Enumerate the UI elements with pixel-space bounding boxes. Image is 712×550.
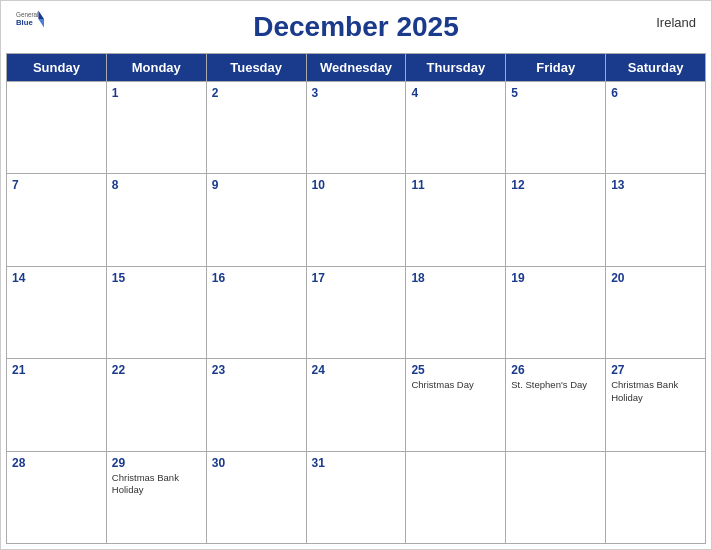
cell-date: 30: [212, 456, 301, 470]
cell-event: Christmas Day: [411, 379, 500, 391]
cell-date: 18: [411, 271, 500, 285]
calendar-cell: 29Christmas Bank Holiday: [107, 452, 207, 544]
svg-text:General: General: [16, 11, 38, 18]
day-header-sunday: Sunday: [7, 54, 107, 82]
cell-date: 26: [511, 363, 600, 377]
calendar-cell: [506, 452, 606, 544]
cell-date: 19: [511, 271, 600, 285]
calendar-cell: 9: [207, 174, 307, 266]
cell-date: 1: [112, 86, 201, 100]
calendar-cell: 14: [7, 267, 107, 359]
svg-marker-3: [38, 19, 44, 27]
week-row-4: 2122232425Christmas Day26St. Stephen's D…: [7, 359, 706, 451]
calendar-cell: 2: [207, 82, 307, 174]
calendar-cell: 8: [107, 174, 207, 266]
cell-date: 23: [212, 363, 301, 377]
day-header-thursday: Thursday: [406, 54, 506, 82]
calendar-cell: 27Christmas Bank Holiday: [606, 359, 706, 451]
calendar-cell: 1: [107, 82, 207, 174]
calendar-container: General Blue December 2025 Ireland Sunda…: [0, 0, 712, 550]
calendar-cell: 12: [506, 174, 606, 266]
svg-marker-2: [38, 11, 44, 19]
calendar-cell: [7, 82, 107, 174]
week-row-1: 123456: [7, 82, 706, 174]
calendar-cell: 18: [406, 267, 506, 359]
day-header-monday: Monday: [107, 54, 207, 82]
calendar-cell: 5: [506, 82, 606, 174]
calendar-cell: 31: [307, 452, 407, 544]
cell-date: 14: [12, 271, 101, 285]
calendar-cell: 10: [307, 174, 407, 266]
cell-date: 8: [112, 178, 201, 192]
calendar-cell: 22: [107, 359, 207, 451]
calendar-cell: 11: [406, 174, 506, 266]
day-header-saturday: Saturday: [606, 54, 706, 82]
calendar-cell: 16: [207, 267, 307, 359]
calendar-cell: 6: [606, 82, 706, 174]
day-header-tuesday: Tuesday: [207, 54, 307, 82]
calendar-cell: [406, 452, 506, 544]
cell-date: 15: [112, 271, 201, 285]
calendar-cell: [606, 452, 706, 544]
calendar-cell: 4: [406, 82, 506, 174]
cell-date: 24: [312, 363, 401, 377]
calendar-cell: 13: [606, 174, 706, 266]
calendar-grid: SundayMondayTuesdayWednesdayThursdayFrid…: [6, 53, 706, 544]
day-header-wednesday: Wednesday: [307, 54, 407, 82]
cell-date: 20: [611, 271, 700, 285]
month-title: December 2025: [253, 11, 458, 43]
cell-date: 27: [611, 363, 700, 377]
cell-date: 28: [12, 456, 101, 470]
cell-date: 13: [611, 178, 700, 192]
cell-date: 12: [511, 178, 600, 192]
cell-date: 11: [411, 178, 500, 192]
calendar-cell: 26St. Stephen's Day: [506, 359, 606, 451]
cell-event: Christmas Bank Holiday: [611, 379, 700, 404]
calendar-cell: 17: [307, 267, 407, 359]
calendar-cell: 19: [506, 267, 606, 359]
logo-icon: General Blue: [16, 9, 44, 29]
cell-date: 6: [611, 86, 700, 100]
cell-date: 10: [312, 178, 401, 192]
cell-date: 3: [312, 86, 401, 100]
cell-date: 5: [511, 86, 600, 100]
week-row-5: 2829Christmas Bank Holiday3031: [7, 452, 706, 544]
cell-date: 25: [411, 363, 500, 377]
calendar-cell: 7: [7, 174, 107, 266]
calendar-body: 1234567891011121314151617181920212223242…: [7, 82, 706, 544]
calendar-cell: 23: [207, 359, 307, 451]
svg-text:Blue: Blue: [16, 18, 33, 27]
calendar-cell: 24: [307, 359, 407, 451]
day-header-friday: Friday: [506, 54, 606, 82]
cell-date: 2: [212, 86, 301, 100]
week-row-2: 78910111213: [7, 174, 706, 266]
calendar-cell: 15: [107, 267, 207, 359]
week-row-3: 14151617181920: [7, 267, 706, 359]
calendar-cell: 20: [606, 267, 706, 359]
cell-date: 16: [212, 271, 301, 285]
cell-event: St. Stephen's Day: [511, 379, 600, 391]
calendar-header: General Blue December 2025 Ireland: [1, 1, 711, 48]
cell-date: 17: [312, 271, 401, 285]
cell-date: 4: [411, 86, 500, 100]
day-headers: SundayMondayTuesdayWednesdayThursdayFrid…: [7, 54, 706, 82]
calendar-cell: 3: [307, 82, 407, 174]
country-label: Ireland: [656, 15, 696, 30]
cell-date: 7: [12, 178, 101, 192]
cell-date: 29: [112, 456, 201, 470]
calendar-cell: 28: [7, 452, 107, 544]
calendar-cell: 21: [7, 359, 107, 451]
cell-event: Christmas Bank Holiday: [112, 472, 201, 497]
calendar-cell: 30: [207, 452, 307, 544]
calendar-cell: 25Christmas Day: [406, 359, 506, 451]
cell-date: 31: [312, 456, 401, 470]
logo-area: General Blue: [16, 9, 44, 29]
cell-date: 21: [12, 363, 101, 377]
cell-date: 22: [112, 363, 201, 377]
cell-date: 9: [212, 178, 301, 192]
